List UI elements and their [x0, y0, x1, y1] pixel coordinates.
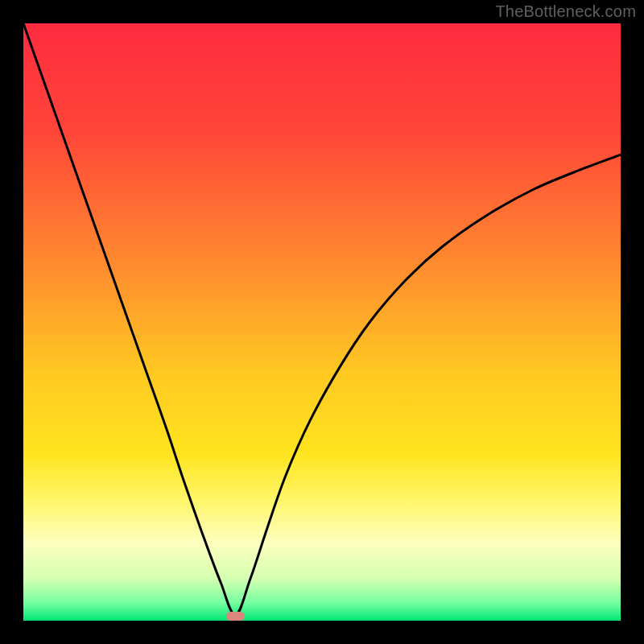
optimal-marker: [226, 612, 244, 621]
watermark-text: TheBottleneck.com: [495, 2, 636, 21]
plot-area: [23, 23, 621, 621]
curve-path: [23, 23, 621, 615]
chart-frame: TheBottleneck.com: [0, 0, 644, 644]
bottleneck-curve: [23, 23, 621, 621]
